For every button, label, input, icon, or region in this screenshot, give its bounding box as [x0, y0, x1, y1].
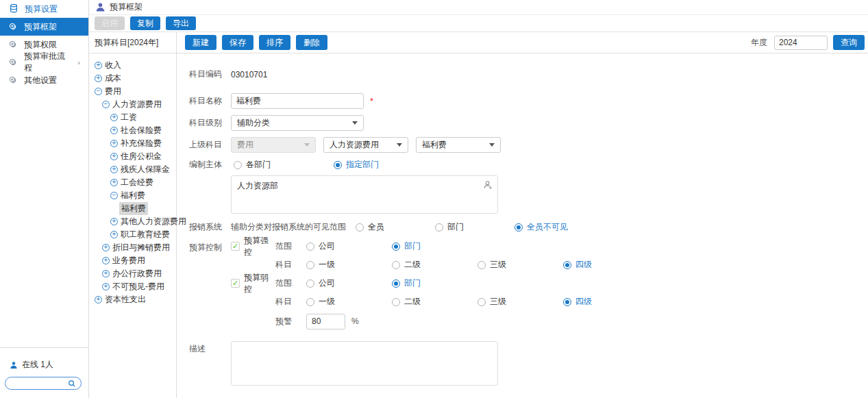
tree-node[interactable]: 成本: [89, 72, 176, 85]
sidebar-item-budget-approval-flow[interactable]: 预算审批流程 ›: [0, 53, 88, 71]
plus-circle-icon[interactable]: [110, 166, 118, 173]
form-toolbar: 新建 保存 排序 删除 年度 查询: [177, 32, 868, 53]
radio-option-level2[interactable]: 二级: [392, 259, 478, 271]
radio-option-everyone[interactable]: 全员: [356, 221, 435, 233]
tree-node[interactable]: 其他人力资源费用: [89, 215, 176, 228]
plus-circle-icon[interactable]: [110, 114, 118, 121]
tree-node[interactable]: 办公行政费用: [89, 267, 176, 280]
tree-node-label: 不可预见-费用: [112, 281, 164, 293]
tree-node[interactable]: 收入: [89, 59, 176, 72]
radio-option-department[interactable]: 部门: [392, 277, 421, 289]
tree-node[interactable]: 福利费: [89, 189, 176, 202]
plus-circle-icon[interactable]: [102, 244, 110, 251]
tree-node[interactable]: 残疾人保障金: [89, 163, 176, 176]
subject-label: 科目: [275, 296, 306, 308]
caret-down-icon: [304, 143, 310, 147]
new-button[interactable]: 新建: [185, 35, 216, 50]
minus-circle-icon[interactable]: [102, 101, 110, 108]
tree-node[interactable]: 费用: [89, 85, 176, 98]
sidebar-item-budget-frame[interactable]: 预算框架: [0, 18, 88, 36]
radio-option-level4[interactable]: 四级: [563, 259, 592, 271]
tree-node[interactable]: 工资: [89, 111, 176, 124]
subject-form-panel: 新建 保存 排序 删除 年度 查询 科目编码 03010701 科目名称: [177, 32, 868, 398]
radio-option-all-departments[interactable]: 各部门: [234, 159, 334, 171]
radio-option-company[interactable]: 公司: [306, 277, 392, 289]
tree-node-label: 职工教育经费: [121, 229, 170, 240]
radio-icon: [356, 223, 364, 232]
radio-option-level2[interactable]: 二级: [392, 296, 478, 308]
tree-node[interactable]: 职工教育经费: [89, 228, 176, 241]
check-icon[interactable]: [231, 279, 240, 288]
radio-option-department[interactable]: 部门: [392, 240, 421, 252]
weak-control-scope-row: 预算弱控 范围 公司 部门: [231, 274, 592, 293]
plus-circle-icon[interactable]: [110, 127, 118, 134]
tree-node-label: 费用: [105, 86, 121, 97]
enable-button[interactable]: 启用: [95, 16, 125, 30]
tree-node[interactable]: 社会保险费: [89, 124, 176, 137]
plus-circle-icon[interactable]: [102, 270, 110, 277]
plus-circle-icon[interactable]: [95, 296, 102, 303]
copy-button[interactable]: 复制: [130, 16, 160, 30]
plus-circle-icon[interactable]: [110, 140, 118, 147]
radio-option-level3[interactable]: 三级: [478, 259, 563, 271]
delete-button[interactable]: 删除: [296, 35, 327, 50]
year-input[interactable]: [774, 36, 828, 50]
description-textarea[interactable]: [231, 341, 498, 386]
online-status-text: 在线 1人: [22, 359, 53, 371]
minus-circle-icon[interactable]: [110, 192, 118, 199]
tree-node[interactable]: 补充保险费: [89, 137, 176, 150]
plus-circle-icon[interactable]: [110, 231, 118, 238]
radio-option-invisible-to-all[interactable]: 全员不可见: [514, 221, 568, 233]
subject-name-input[interactable]: [231, 93, 364, 109]
divider: [0, 347, 88, 348]
query-button[interactable]: 查询: [833, 35, 865, 50]
radio-icon: [234, 161, 242, 169]
radio-option-level1[interactable]: 一级: [306, 296, 392, 308]
parent-subject-select-level2[interactable]: 人力资源费用: [323, 137, 408, 153]
subject-level-select[interactable]: 辅助分类: [231, 115, 364, 131]
search-icon[interactable]: [68, 380, 76, 388]
departments-row: 人力资源部: [189, 175, 868, 214]
plus-circle-icon[interactable]: [102, 257, 110, 264]
radio-option-level3[interactable]: 三级: [478, 296, 563, 308]
minus-circle-icon[interactable]: [95, 88, 102, 95]
plus-circle-icon[interactable]: [110, 179, 118, 186]
departments-picker[interactable]: 人力资源部: [231, 175, 498, 214]
warning-threshold-input[interactable]: [306, 314, 345, 329]
scope-label: 范围: [275, 277, 306, 289]
save-button[interactable]: 保存: [222, 35, 253, 50]
sidebar-item-label: 其他设置: [24, 75, 57, 86]
tree-node-selected[interactable]: 福利费: [89, 202, 176, 215]
tree-node-label: 工资: [121, 112, 137, 123]
tree-node[interactable]: 人力资源费用: [89, 98, 176, 111]
tree-node[interactable]: 不可预见-费用: [89, 280, 176, 293]
radio-option-department[interactable]: 部门: [435, 221, 514, 233]
plus-circle-icon[interactable]: [102, 283, 110, 290]
reimburse-row: 报销系统 辅助分类对报销系统的可见范围 全员 部门 全员不可见: [189, 221, 868, 233]
radio-option-company[interactable]: 公司: [306, 240, 392, 252]
plus-circle-icon[interactable]: [110, 153, 118, 160]
tree-node[interactable]: 工会经费: [89, 176, 176, 189]
subject-tree: 收入 成本 费用 人力资源费用: [89, 53, 176, 306]
plus-circle-icon[interactable]: [95, 75, 102, 82]
search-input[interactable]: [10, 379, 68, 388]
plus-circle-icon[interactable]: [110, 218, 118, 225]
sort-button[interactable]: 排序: [259, 35, 290, 50]
radio-icon: [392, 261, 400, 269]
radio-option-level4[interactable]: 四级: [563, 296, 592, 308]
tree-node[interactable]: 住房公积金: [89, 150, 176, 163]
sidebar-item-other-settings[interactable]: 其他设置: [0, 71, 88, 89]
tree-node[interactable]: 资本性支出: [89, 293, 176, 306]
sidebar-module-header[interactable]: 预算设置: [0, 0, 88, 18]
check-icon[interactable]: [231, 242, 240, 251]
export-button[interactable]: 导出: [166, 16, 196, 30]
plus-circle-icon[interactable]: [95, 62, 102, 69]
warning-row: 预警 %: [231, 311, 592, 332]
tree-node[interactable]: 业务费用: [89, 254, 176, 267]
radio-option-level1[interactable]: 一级: [306, 259, 392, 271]
radio-option-specified-departments[interactable]: 指定部门: [334, 159, 379, 171]
add-person-icon[interactable]: [483, 180, 493, 190]
tree-node[interactable]: 折旧与摊销费用: [89, 241, 176, 254]
parent-subject-select-level3[interactable]: 福利费: [416, 137, 501, 153]
caret-down-icon: [352, 121, 358, 125]
